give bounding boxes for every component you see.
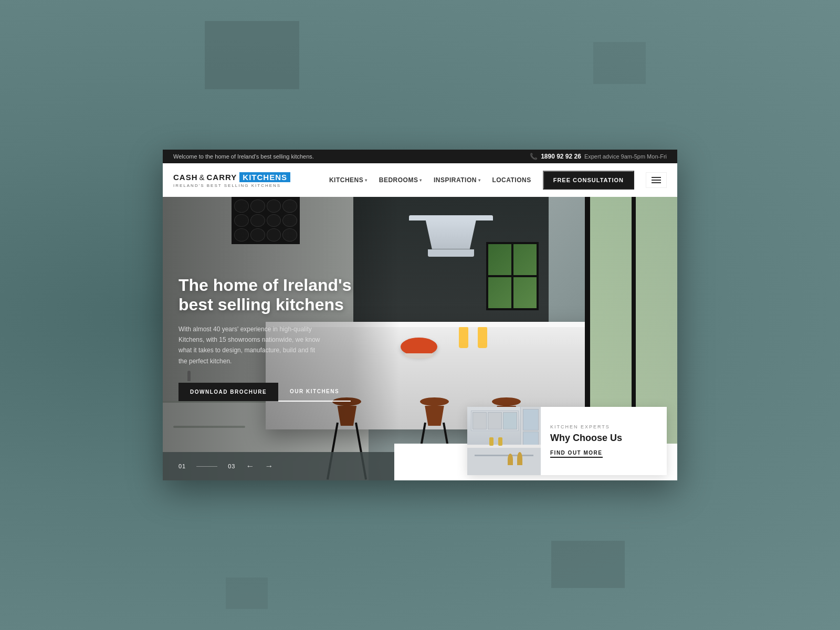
fruit-bowl bbox=[401, 338, 437, 356]
site-logo[interactable]: CASH & CARRY KITCHENS IRELAND'S BEST SEL… bbox=[173, 172, 290, 188]
experts-thumbnail bbox=[467, 407, 541, 475]
experts-title: Why Choose Us bbox=[550, 433, 622, 444]
slider-controls: 01 03 ← → bbox=[163, 452, 400, 480]
experts-find-out-more-link[interactable]: FIND OUT MORE bbox=[550, 450, 603, 458]
experts-category-label: KITCHEN EXPERTS bbox=[550, 424, 622, 429]
welcome-text: Welcome to the home of Ireland's best se… bbox=[173, 153, 314, 160]
phone-icon: 📞 bbox=[530, 153, 538, 160]
logo-kitchens: KITCHENS bbox=[239, 172, 290, 182]
experts-card: KITCHEN EXPERTS Why Choose Us FIND OUT M… bbox=[467, 407, 667, 475]
our-kitchens-button[interactable]: OUR KITCHENS bbox=[278, 382, 351, 402]
window bbox=[486, 242, 539, 310]
free-consultation-button[interactable]: FREE CONSULTATION bbox=[543, 171, 634, 190]
chevron-down-icon: ▾ bbox=[478, 178, 481, 183]
main-nav: KITCHENS ▾ BEDROOMS ▾ INSPIRATION ▾ LOCA… bbox=[329, 171, 667, 190]
slide-current: 01 bbox=[178, 463, 186, 469]
hamburger-line bbox=[652, 177, 661, 178]
hero-title: The home of Ireland's best selling kitch… bbox=[178, 276, 384, 314]
hamburger-line bbox=[652, 182, 661, 183]
advice-text: Expert advice 9am-5pm Mon-Fri bbox=[584, 153, 667, 160]
slide-progress-line bbox=[196, 466, 217, 467]
nav-inspiration[interactable]: INSPIRATION ▾ bbox=[434, 176, 480, 184]
download-brochure-button[interactable]: DOWNLOAD BROCHURE bbox=[178, 383, 278, 401]
chevron-down-icon: ▾ bbox=[365, 178, 368, 183]
nav-bedrooms[interactable]: BEDROOMS ▾ bbox=[379, 176, 422, 184]
next-slide-button[interactable]: → bbox=[265, 461, 274, 471]
extractor-hood bbox=[409, 215, 493, 257]
glass-1 bbox=[459, 327, 468, 348]
experts-text-area: KITCHEN EXPERTS Why Choose Us FIND OUT M… bbox=[541, 407, 632, 475]
hamburger-menu-button[interactable] bbox=[646, 172, 667, 188]
hero-section: The home of Ireland's best selling kitch… bbox=[163, 197, 677, 480]
site-header: CASH & CARRY KITCHENS IRELAND'S BEST SEL… bbox=[163, 163, 677, 197]
glass-2 bbox=[478, 327, 487, 348]
hero-buttons: DOWNLOAD BROCHURE OUR KITCHENS bbox=[178, 382, 384, 402]
nav-kitchens[interactable]: KITCHENS ▾ bbox=[329, 176, 368, 184]
phone-number[interactable]: 1890 92 92 26 bbox=[541, 153, 581, 160]
hero-subtitle: With almost 40 years' experience in high… bbox=[178, 324, 326, 367]
hamburger-line bbox=[652, 180, 661, 181]
logo-ampersand: & bbox=[200, 173, 205, 182]
logo-tagline: IRELAND'S BEST SELLING KITCHENS bbox=[173, 183, 290, 188]
logo-cash: CASH bbox=[173, 173, 198, 182]
logo-carry: CARRY bbox=[207, 173, 237, 182]
slide-total: 03 bbox=[228, 463, 235, 469]
nav-locations[interactable]: LOCATIONS bbox=[492, 176, 531, 184]
hero-content: The home of Ireland's best selling kitch… bbox=[163, 197, 400, 480]
contact-info: 📞 1890 92 92 26 Expert advice 9am-5pm Mo… bbox=[530, 153, 667, 160]
prev-slide-button[interactable]: ← bbox=[246, 461, 255, 471]
announcement-bar: Welcome to the home of Ireland's best se… bbox=[163, 150, 677, 163]
chevron-down-icon: ▾ bbox=[419, 178, 422, 183]
